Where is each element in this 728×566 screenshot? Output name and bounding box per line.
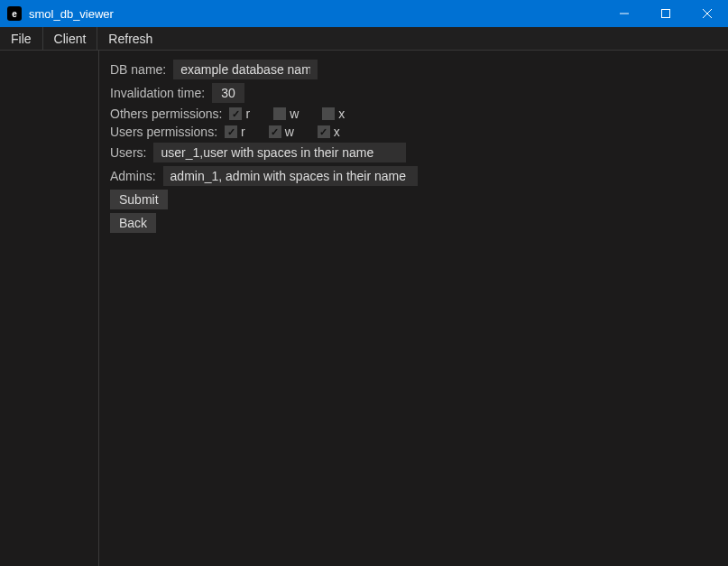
- users-perm-w-checkbox[interactable]: [269, 125, 281, 138]
- perm-x-label: x: [338, 107, 345, 121]
- others-perm-r-checkbox[interactable]: [229, 107, 242, 120]
- users-permissions-label: Users permissions:: [110, 125, 217, 139]
- db-name-input[interactable]: [173, 60, 318, 79]
- minimize-button[interactable]: [604, 0, 645, 27]
- window-title: smol_db_viewer: [29, 7, 114, 21]
- perm-w-label: w: [285, 125, 294, 139]
- users-label: Users:: [110, 145, 146, 160]
- perm-r-label: r: [245, 107, 250, 121]
- users-input[interactable]: [153, 143, 406, 162]
- window-titlebar: e smol_db_viewer: [0, 0, 728, 27]
- invalidation-time-input[interactable]: [212, 83, 244, 103]
- app-icon: e: [7, 6, 22, 21]
- others-perm-w-checkbox[interactable]: [273, 107, 286, 120]
- others-perm-x-checkbox[interactable]: [322, 107, 335, 120]
- content-panel: DB name: Invalidation time: Others permi…: [99, 51, 728, 566]
- svg-rect-1: [662, 10, 670, 18]
- sidebar: [0, 51, 99, 566]
- menubar: File Client Refresh: [0, 27, 728, 51]
- maximize-button[interactable]: [645, 0, 687, 27]
- admins-input[interactable]: [163, 166, 418, 186]
- back-button[interactable]: Back: [110, 213, 156, 233]
- perm-x-label: x: [334, 125, 340, 139]
- users-perm-r-checkbox[interactable]: [225, 125, 237, 138]
- close-icon: [703, 9, 712, 18]
- menu-client[interactable]: Client: [43, 27, 98, 50]
- submit-button[interactable]: Submit: [110, 190, 168, 209]
- users-perm-x-checkbox[interactable]: [318, 125, 330, 138]
- admins-label: Admins:: [110, 169, 156, 183]
- minimize-icon: [620, 9, 629, 18]
- perm-r-label: r: [241, 125, 245, 139]
- perm-w-label: w: [290, 107, 299, 121]
- close-button[interactable]: [687, 0, 728, 27]
- invalidation-time-label: Invalidation time:: [110, 86, 205, 100]
- menu-refresh[interactable]: Refresh: [97, 27, 163, 50]
- menu-file[interactable]: File: [0, 27, 43, 50]
- maximize-icon: [661, 9, 670, 18]
- db-name-label: DB name:: [110, 62, 166, 77]
- others-permissions-label: Others permissions:: [110, 107, 222, 121]
